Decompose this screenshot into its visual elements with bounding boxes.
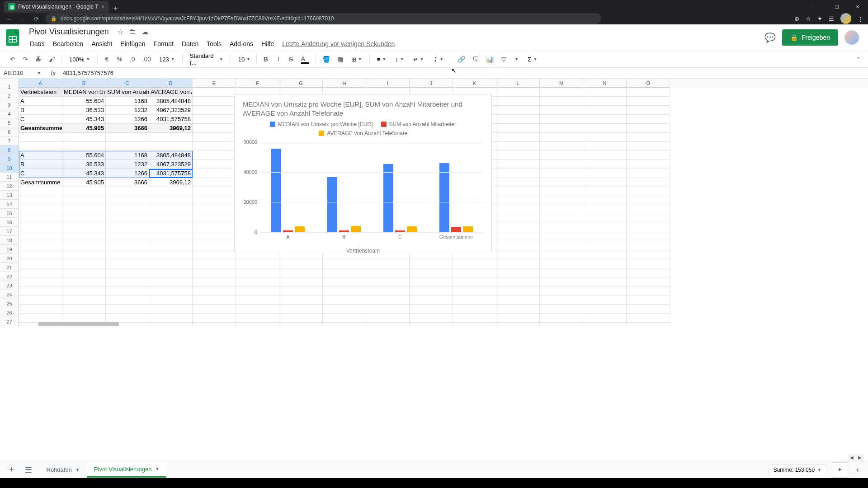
cell-H26[interactable]	[323, 314, 366, 323]
cell-M14[interactable]	[540, 205, 583, 214]
row-header[interactable]: 18	[0, 236, 19, 245]
cell-N21[interactable]	[583, 268, 627, 277]
cell-E22[interactable]	[193, 277, 236, 286]
cell-C12[interactable]	[106, 187, 149, 196]
cell-D8[interactable]: 3805,484848	[149, 151, 193, 160]
cell-C23[interactable]	[106, 286, 149, 296]
column-header[interactable]: L	[496, 79, 540, 88]
cell-C15[interactable]	[106, 214, 149, 223]
cell-O22[interactable]	[627, 277, 670, 286]
browser-menu-icon[interactable]: ⋮	[858, 15, 863, 22]
cell-E13[interactable]	[193, 196, 236, 205]
cell-O2[interactable]	[627, 97, 670, 106]
cell-A3[interactable]: B	[19, 106, 62, 115]
cell-N25[interactable]	[583, 305, 627, 314]
cell-O11[interactable]	[627, 178, 670, 187]
cell-O6[interactable]	[627, 133, 670, 142]
cell-E27[interactable]	[193, 323, 236, 326]
cell-B8[interactable]: 55.604	[62, 151, 106, 160]
cell-B21[interactable]	[62, 268, 106, 277]
cell-M25[interactable]	[540, 305, 583, 314]
undo-icon[interactable]: ↶	[7, 54, 18, 65]
row-header[interactable]: 12	[0, 182, 19, 191]
cell-D4[interactable]: 4031,575758	[149, 115, 193, 124]
cell-M21[interactable]	[540, 268, 583, 277]
cell-M3[interactable]	[540, 106, 583, 115]
cell-E16[interactable]	[193, 223, 236, 232]
cell-O12[interactable]	[627, 187, 670, 196]
cell-E5[interactable]	[193, 124, 236, 133]
column-header[interactable]: I	[366, 79, 410, 88]
cell-N26[interactable]	[583, 314, 627, 323]
column-header[interactable]: K	[453, 79, 496, 88]
cell-D15[interactable]	[149, 214, 193, 223]
cell-G27[interactable]	[279, 323, 323, 326]
cell-A21[interactable]	[19, 268, 62, 277]
quick-sum-display[interactable]: Summe: 153.050 ▼	[769, 465, 826, 475]
cell-N11[interactable]	[583, 178, 627, 187]
cell-E6[interactable]	[193, 133, 236, 142]
cell-H20[interactable]	[323, 259, 366, 268]
cell-C16[interactable]	[106, 223, 149, 232]
cell-O19[interactable]	[627, 250, 670, 259]
extensions-icon[interactable]: ✦	[817, 15, 822, 22]
cell-F27[interactable]	[236, 323, 279, 326]
cell-J26[interactable]	[410, 314, 453, 323]
cell-O23[interactable]	[627, 286, 670, 296]
cell-O18[interactable]	[627, 241, 670, 250]
cell-D10[interactable]: 4031,575758	[149, 169, 193, 178]
row-header[interactable]: 23	[0, 281, 19, 290]
row-header[interactable]: 9	[0, 155, 19, 164]
cell-N18[interactable]	[583, 241, 627, 250]
row-header[interactable]: 21	[0, 263, 19, 272]
v-align-icon[interactable]: ↕▼	[392, 54, 407, 65]
cell-N8[interactable]	[583, 151, 627, 160]
add-sheet-button[interactable]: +	[5, 462, 18, 477]
reading-list-icon[interactable]: ☰	[829, 15, 834, 22]
cell-B20[interactable]	[62, 259, 106, 268]
cell-M7[interactable]	[540, 142, 583, 151]
cell-E18[interactable]	[193, 241, 236, 250]
cell-M23[interactable]	[540, 286, 583, 296]
side-panel-toggle-icon[interactable]: ‹	[853, 462, 863, 477]
close-tab-icon[interactable]: ×	[101, 4, 104, 10]
cell-O14[interactable]	[627, 205, 670, 214]
cell-C17[interactable]	[106, 232, 149, 241]
row-header[interactable]: 16	[0, 218, 19, 227]
cell-C10[interactable]: 1266	[106, 169, 149, 178]
cell-A16[interactable]	[19, 223, 62, 232]
cell-G25[interactable]	[279, 305, 323, 314]
cell-A26[interactable]	[19, 314, 62, 323]
cell-A13[interactable]	[19, 196, 62, 205]
cell-D20[interactable]	[149, 259, 193, 268]
cell-E24[interactable]	[193, 296, 236, 305]
cell-A7[interactable]	[19, 142, 62, 151]
row-header[interactable]: 2	[0, 91, 19, 100]
cell-F20[interactable]	[236, 259, 279, 268]
cell-D27[interactable]	[149, 323, 193, 326]
cell-I25[interactable]	[366, 305, 410, 314]
cell-A17[interactable]	[19, 232, 62, 241]
cell-O1[interactable]	[627, 88, 670, 97]
cell-L26[interactable]	[496, 314, 540, 323]
cell-A9[interactable]: B	[19, 160, 62, 169]
cell-J27[interactable]	[410, 323, 453, 326]
embedded-chart[interactable]: MEDIAN von Umsatz pro Woche [EUR], SUM v…	[234, 94, 492, 252]
cell-E1[interactable]	[193, 88, 236, 97]
cell-O16[interactable]	[627, 223, 670, 232]
cell-B14[interactable]	[62, 205, 106, 214]
cell-D13[interactable]	[149, 196, 193, 205]
last-edit-link[interactable]: Letzte Änderung vor wenigen Sekunden	[278, 38, 398, 49]
cell-I27[interactable]	[366, 323, 410, 326]
cell-M2[interactable]	[540, 97, 583, 106]
cell-D11[interactable]: 3969,12	[149, 178, 193, 187]
menu-bearbeiten[interactable]: Bearbeiten	[49, 38, 87, 49]
column-header[interactable]: N	[583, 79, 627, 88]
cell-M22[interactable]	[540, 277, 583, 286]
cell-M6[interactable]	[540, 133, 583, 142]
cell-N2[interactable]	[583, 97, 627, 106]
document-title[interactable]: Pivot Visualisierungen	[26, 26, 112, 38]
cell-D26[interactable]	[149, 314, 193, 323]
cell-M26[interactable]	[540, 314, 583, 323]
window-close-icon[interactable]: ×	[847, 0, 868, 13]
